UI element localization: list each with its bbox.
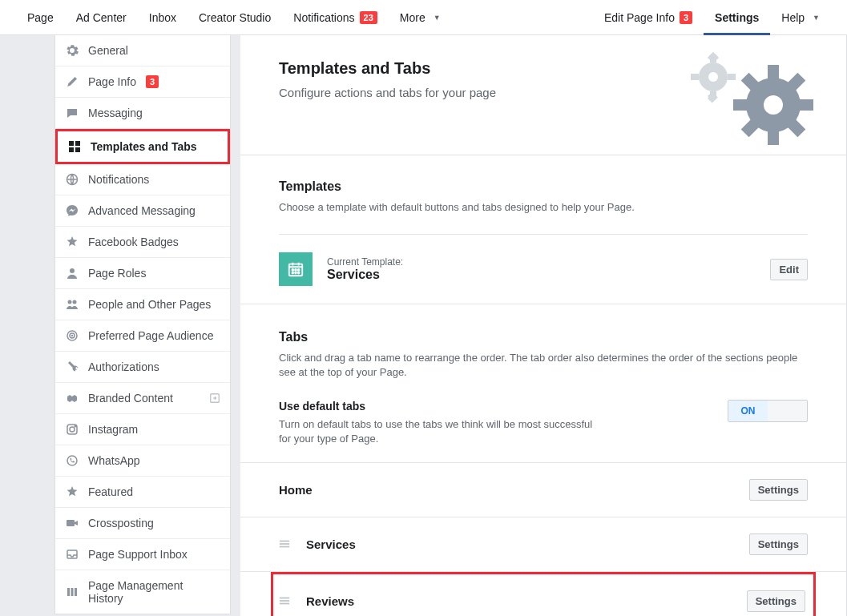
sidebar-item-preferred-audience[interactable]: Preferred Page Audience [55, 320, 230, 352]
svg-point-45 [292, 272, 293, 274]
camera-icon [66, 517, 79, 529]
tab-settings-button[interactable]: Settings [749, 479, 808, 501]
current-template-label: Current Template: [327, 256, 403, 268]
nav-creator-studio[interactable]: Creator Studio [188, 0, 282, 35]
sidebar-item-page-info[interactable]: Page Info 3 [55, 66, 230, 98]
sidebar-item-management-history[interactable]: Page Management History [55, 570, 230, 614]
sidebar-item-instagram[interactable]: Instagram [55, 414, 230, 445]
globe-icon [66, 173, 79, 186]
svg-point-30 [708, 72, 718, 82]
sidebar-item-label: Page Management History [88, 579, 220, 605]
nav-label: More [400, 11, 426, 24]
calendar-icon [279, 252, 313, 286]
settings-sidebar: General Page Info 3 Messaging Templates … [54, 35, 231, 614]
sidebar-item-branded-content[interactable]: Branded Content [55, 383, 230, 414]
svg-point-6 [68, 300, 72, 304]
svg-rect-48 [280, 541, 289, 542]
nav-edit-page-info[interactable]: Edit Page Info 3 [593, 0, 704, 35]
person-icon [66, 267, 79, 280]
sidebar-item-label: WhatsApp [88, 454, 140, 467]
default-tabs-toggle[interactable]: ON [728, 400, 808, 422]
tab-row-services[interactable]: Services Settings [240, 517, 846, 572]
default-tabs-heading: Use default tabs [279, 400, 712, 413]
default-tabs-text: Use default tabs Turn on default tabs to… [279, 400, 712, 446]
sidebar-item-page-roles[interactable]: Page Roles [55, 258, 230, 289]
sidebar-item-label: Instagram [88, 423, 138, 436]
sidebar-item-label: Featured [88, 485, 133, 498]
drag-handle-icon[interactable] [279, 595, 300, 606]
nav-inbox[interactable]: Inbox [138, 0, 188, 35]
tab-settings-button[interactable]: Settings [749, 533, 808, 555]
sidebar-item-people-pages[interactable]: People and Other Pages [55, 289, 230, 320]
sidebar-item-label: Messaging [88, 107, 143, 119]
svg-point-13 [70, 427, 75, 432]
sidebar-item-label: Crossposting [88, 517, 154, 529]
edit-template-button[interactable]: Edit [770, 259, 808, 280]
svg-rect-25 [728, 74, 736, 80]
svg-point-43 [295, 269, 296, 271]
tabs-heading: Tabs [279, 330, 808, 344]
svg-point-5 [70, 268, 75, 273]
sidebar-item-templates-tabs[interactable]: Templates and Tabs [55, 129, 230, 164]
toggle-off-half [768, 401, 807, 421]
nav-label: Help [781, 11, 805, 24]
svg-rect-49 [280, 544, 289, 546]
svg-rect-19 [71, 588, 74, 596]
svg-rect-51 [280, 598, 289, 599]
current-template-row: Current Template: Services Edit [240, 235, 846, 304]
sidebar-item-messaging[interactable]: Messaging [55, 98, 230, 129]
gear-icon [66, 44, 79, 57]
tab-name: Home [279, 483, 313, 497]
template-info: Current Template: Services [327, 256, 403, 282]
sidebar-item-label: Page Support Inbox [88, 548, 188, 561]
svg-rect-24 [691, 74, 699, 80]
svg-rect-33 [768, 131, 779, 145]
top-nav-left: Page Ad Center Inbox Creator Studio Noti… [16, 0, 452, 35]
sidebar-item-label: Page Roles [88, 267, 146, 280]
sidebar-item-whatsapp[interactable]: WhatsApp [55, 445, 230, 477]
target-icon [66, 329, 79, 342]
tab-row-home[interactable]: Home Settings [240, 463, 846, 517]
nav-label: Notifications [293, 11, 354, 24]
content-panel: Templates Choose a template with default… [240, 155, 847, 616]
nav-help[interactable]: Help ▼ [770, 0, 831, 35]
star-icon [66, 485, 79, 498]
default-tabs-desc: Turn on default tabs to use the tabs we … [279, 417, 599, 446]
notifications-badge: 23 [360, 11, 377, 24]
sidebar-item-authorizations[interactable]: Authorizations [55, 352, 230, 383]
svg-rect-53 [280, 603, 289, 605]
nav-settings[interactable]: Settings [704, 0, 770, 35]
drag-handle-icon[interactable] [279, 538, 300, 550]
nav-ad-center[interactable]: Ad Center [65, 0, 138, 35]
svg-point-47 [298, 272, 300, 274]
sidebar-item-label: Templates and Tabs [91, 140, 197, 153]
nav-page[interactable]: Page [16, 0, 65, 35]
tab-settings-button[interactable]: Settings [747, 590, 805, 612]
sidebar-item-label: Authorizations [88, 360, 159, 373]
current-template-name: Services [327, 268, 403, 282]
nav-label: Ad Center [76, 11, 127, 24]
svg-point-46 [295, 272, 296, 274]
sidebar-item-crossposting[interactable]: Crossposting [55, 508, 230, 539]
sidebar-item-featured[interactable]: Featured [55, 477, 230, 508]
sidebar-item-general[interactable]: General [55, 35, 230, 66]
tab-row-reviews[interactable]: Reviews Settings [271, 572, 816, 616]
sidebar-item-label: Preferred Page Audience [88, 329, 213, 342]
top-nav-right: Edit Page Info 3 Settings Help ▼ [593, 0, 831, 35]
handshake-icon [66, 392, 79, 405]
nav-more[interactable]: More ▼ [389, 0, 452, 35]
toggle-on-label: ON [728, 401, 768, 421]
nav-notifications[interactable]: Notifications 23 [282, 0, 389, 35]
grid-icon [68, 140, 81, 153]
left-column: General Page Info 3 Messaging Templates … [0, 35, 240, 616]
sidebar-item-advanced-messaging[interactable]: Advanced Messaging [55, 195, 230, 227]
sidebar-item-support-inbox[interactable]: Page Support Inbox [55, 539, 230, 570]
svg-rect-20 [75, 588, 77, 596]
svg-point-40 [764, 95, 783, 115]
sidebar-item-label: Page Info [88, 75, 136, 88]
tabs-desc: Click and drag a tab name to rearrange t… [279, 351, 808, 380]
sidebar-item-notifications[interactable]: Notifications [55, 164, 230, 195]
sidebar-item-label: Advanced Messaging [88, 204, 196, 217]
sidebar-item-badges[interactable]: Facebook Badges [55, 227, 230, 258]
svg-rect-34 [733, 99, 748, 111]
